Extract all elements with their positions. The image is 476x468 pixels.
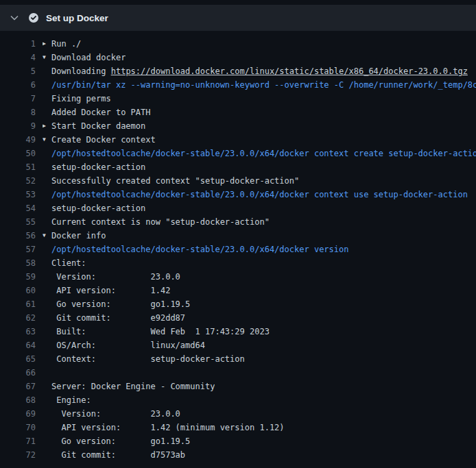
chevron-right-icon: ▶ (43, 37, 49, 51)
log-command: /opt/hostedtoolcache/docker-stable/23.0.… (51, 188, 468, 201)
chevron-down-icon: ▼ (43, 133, 49, 147)
line-number[interactable]: 52 (0, 174, 36, 188)
line-number[interactable]: 68 (0, 393, 36, 407)
line-number[interactable]: 59 (0, 270, 36, 284)
chevron-down-icon[interactable] (9, 12, 20, 23)
log-line: 71 Go version: go1.19.5 (0, 434, 476, 448)
log-line: 5Downloading https://download.docker.com… (0, 64, 476, 78)
log-text: Built: Wed Feb 1 17:43:29 2023 (51, 325, 270, 338)
line-number[interactable]: 69 (0, 407, 36, 421)
log-line: 62 Git commit: e92dd87 (0, 311, 476, 325)
log-command: /opt/hostedtoolcache/docker-stable/23.0.… (51, 243, 348, 256)
log-line: 57/opt/hostedtoolcache/docker-stable/23.… (0, 243, 476, 256)
line-number[interactable]: 70 (0, 421, 36, 434)
line-number[interactable]: 4 (0, 51, 36, 64)
log-text: setup-docker-action (51, 160, 145, 174)
log-line: 1▶Run ./ (0, 37, 476, 51)
line-number[interactable]: 53 (0, 188, 36, 201)
log-text: Downloading https://download.docker.com/… (51, 64, 468, 78)
log-line: 64 OS/Arch: linux/amd64 (0, 338, 476, 352)
line-number[interactable]: 51 (0, 160, 36, 174)
line-number[interactable]: 49 (0, 133, 36, 147)
group-title: Create Docker context (51, 135, 156, 145)
group-toggle[interactable]: ▶Start Docker daemon (43, 119, 145, 133)
line-number[interactable]: 5 (0, 64, 36, 78)
group-title: Start Docker daemon (51, 121, 145, 131)
line-number[interactable]: 57 (0, 243, 36, 256)
log-container: 1▶Run ./4▼Download docker5Downloading ht… (0, 31, 476, 462)
log-command: /opt/hostedtoolcache/docker-stable/23.0.… (51, 147, 476, 160)
group-toggle[interactable]: ▼Docker info (43, 229, 106, 243)
line-number[interactable]: 7 (0, 92, 36, 106)
chevron-down-icon: ▼ (43, 51, 49, 64)
log-text: OS/Arch: linux/amd64 (51, 338, 205, 352)
line-number[interactable]: 63 (0, 325, 36, 338)
line-number[interactable]: 9 (0, 119, 36, 133)
group-title: Docker info (51, 231, 106, 241)
log-text: setup-docker-action (51, 201, 145, 215)
line-number[interactable]: 8 (0, 106, 36, 119)
log-line: 7Fixing perms (0, 92, 476, 106)
log-text: Server: Docker Engine - Community (51, 380, 215, 393)
log-line: 66 (0, 366, 476, 380)
log-command: /usr/bin/tar xz --warning=no-unknown-key… (51, 78, 476, 92)
log-text: Git commit: d7573ab (51, 448, 185, 462)
log-text: Engine: (51, 393, 91, 407)
group-title: Run ./ (51, 39, 81, 49)
line-number[interactable]: 54 (0, 201, 36, 215)
log-line: 63 Built: Wed Feb 1 17:43:29 2023 (0, 325, 476, 338)
log-line: 6/usr/bin/tar xz --warning=no-unknown-ke… (0, 78, 476, 92)
chevron-right-icon: ▶ (43, 119, 49, 133)
line-number[interactable]: 72 (0, 448, 36, 462)
log-text: Go version: go1.19.5 (51, 434, 190, 448)
line-number[interactable]: 50 (0, 147, 36, 160)
group-title: Download docker (51, 53, 126, 62)
log-line: 69 Version: 23.0.0 (0, 407, 476, 421)
line-number[interactable]: 65 (0, 352, 36, 366)
log-line: 70 API version: 1.42 (minimum version 1.… (0, 421, 476, 434)
log-text: Version: 23.0.0 (51, 407, 180, 421)
log-text: Version: 23.0.0 (51, 270, 180, 284)
log-text: Go version: go1.19.5 (51, 297, 190, 311)
log-line: 8Added Docker to PATH (0, 106, 476, 119)
log-line: 55Current context is now "setup-docker-a… (0, 215, 476, 229)
line-number[interactable]: 58 (0, 256, 36, 270)
log-text: Current context is now "setup-docker-act… (51, 215, 270, 229)
line-number[interactable]: 67 (0, 380, 36, 393)
log-text: API version: 1.42 (minimum version 1.12) (51, 421, 285, 434)
log-link[interactable]: https://download.docker.com/linux/static… (111, 66, 468, 76)
log-text: Fixing perms (51, 92, 111, 106)
check-circle-icon (28, 12, 39, 23)
log-line: 67Server: Docker Engine - Community (0, 380, 476, 393)
line-number[interactable]: 60 (0, 284, 36, 297)
log-line: 65 Context: setup-docker-action (0, 352, 476, 366)
line-number[interactable]: 61 (0, 297, 36, 311)
log-line: 58Client: (0, 256, 476, 270)
line-number[interactable]: 55 (0, 215, 36, 229)
log-line: 56▼Docker info (0, 229, 476, 243)
step-title: Set up Docker (46, 13, 108, 23)
log-line: 52Successfully created context "setup-do… (0, 174, 476, 188)
log-line: 68 Engine: (0, 393, 476, 407)
chevron-down-icon: ▼ (43, 229, 49, 243)
line-number[interactable]: 56 (0, 229, 36, 243)
group-toggle[interactable]: ▶Run ./ (43, 37, 81, 51)
log-text: API version: 1.42 (51, 284, 170, 297)
step-header[interactable]: Set up Docker (0, 5, 476, 31)
line-number[interactable]: 62 (0, 311, 36, 325)
line-number[interactable]: 66 (0, 366, 36, 380)
line-number[interactable]: 6 (0, 78, 36, 92)
log-text: Added Docker to PATH (51, 106, 151, 119)
line-number[interactable]: 1 (0, 37, 36, 51)
log-line: 72 Git commit: d7573ab (0, 448, 476, 462)
log-text: Successfully created context "setup-dock… (51, 174, 299, 188)
log-line: 61 Go version: go1.19.5 (0, 297, 476, 311)
line-number[interactable]: 64 (0, 338, 36, 352)
log-text: Client: (51, 256, 86, 270)
line-number[interactable]: 71 (0, 434, 36, 448)
log-lines: 1▶Run ./4▼Download docker5Downloading ht… (0, 37, 476, 462)
group-toggle[interactable]: ▼Create Docker context (43, 133, 156, 147)
log-line: 60 API version: 1.42 (0, 284, 476, 297)
log-line: 4▼Download docker (0, 51, 476, 64)
group-toggle[interactable]: ▼Download docker (43, 51, 126, 64)
